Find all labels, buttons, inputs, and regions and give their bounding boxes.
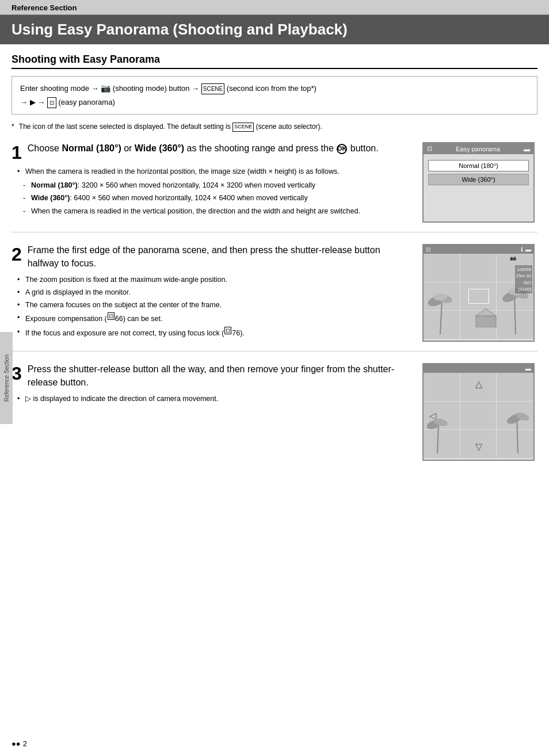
main-title-bar: Using Easy Panorama (Shooting and Playba… bbox=[0, 15, 549, 44]
grid-v2 bbox=[496, 373, 497, 458]
step-2-content: 2 Frame the first edge of the panorama s… bbox=[12, 244, 422, 342]
info-number: [1140] bbox=[516, 286, 531, 292]
footnote: * The icon of the last scene selected is… bbox=[12, 121, 537, 132]
building-icon bbox=[473, 307, 499, 327]
screen3-battery: ▬ bbox=[525, 365, 531, 372]
step-3-title: 3 Press the shutter-release button all t… bbox=[12, 363, 411, 389]
screen2-icon-left: ⊡ bbox=[426, 246, 430, 253]
step-2-title: 2 Frame the first edge of the panorama s… bbox=[12, 244, 411, 270]
page-number-bar: ●● 2 bbox=[12, 739, 27, 748]
screen3-scene: △ ▷ ◁ ▽ bbox=[424, 373, 533, 458]
info-iso: ISO bbox=[516, 280, 531, 286]
palm-tree-left-icon bbox=[426, 288, 455, 334]
step-1-bullets: When the camera is readied in the horizo… bbox=[12, 166, 411, 177]
svg-line-4 bbox=[514, 295, 516, 334]
bullet-item: The zoom position is fixed at the maximu… bbox=[17, 274, 411, 285]
screen1-option-wide: Wide (360°) bbox=[428, 174, 529, 185]
step-2-bullets: The zoom position is fixed at the maximu… bbox=[12, 274, 411, 338]
camera-screen-1: ⊡ Easy panorama ▬ Normal (180°) Wide (36… bbox=[422, 142, 535, 223]
dash-item: When the camera is readied in the vertic… bbox=[23, 206, 411, 216]
svg-rect-8 bbox=[476, 316, 496, 327]
svg-line-10 bbox=[437, 423, 439, 453]
svg-line-13 bbox=[517, 418, 518, 453]
dash-item: Wide (360°): 6400 × 560 when moved horiz… bbox=[23, 193, 411, 203]
reference-label: Reference Section bbox=[12, 3, 77, 12]
side-reference-tab: Reference Section bbox=[0, 332, 13, 424]
ok-button-icon: OK bbox=[337, 144, 347, 154]
content-area: Shooting with Easy Panorama Enter shooti… bbox=[0, 44, 549, 493]
screen1-battery: ▬ bbox=[524, 146, 530, 152]
screen2-scene: 108/56 25m 0s ISO [1140] 📷 bbox=[424, 254, 533, 339]
footnote-text: The icon of the last scene selected is d… bbox=[19, 123, 322, 131]
side-reference-label: Reference Section bbox=[3, 354, 10, 402]
info-shutter: 108/56 bbox=[516, 266, 531, 273]
grid-v1 bbox=[460, 373, 460, 458]
step-3-number: 3 bbox=[12, 364, 22, 383]
screen1-icon: ⊡ bbox=[427, 145, 432, 152]
step-2-screen: ⊡ ℹ ▬ bbox=[422, 244, 537, 342]
instruction-line1: Enter shooting mode → 📷 (shooting mode) … bbox=[20, 82, 529, 94]
instruction-box: Enter shooting mode → 📷 (shooting mode) … bbox=[12, 76, 537, 114]
screen2-battery: ▬ bbox=[525, 246, 531, 253]
grid-v1 bbox=[460, 254, 460, 339]
page-dot-icons: ●● bbox=[12, 739, 21, 748]
step-1-number: 1 bbox=[12, 143, 22, 162]
screen1-option-normal: Normal (180°) bbox=[428, 160, 529, 171]
step-3: 3 Press the shutter-release button all t… bbox=[12, 363, 537, 470]
arrow-up-icon: △ bbox=[475, 379, 482, 390]
screen1-header: ⊡ Easy panorama ▬ bbox=[424, 143, 533, 154]
bullet-item: If the focus and exposure are not correc… bbox=[17, 327, 411, 338]
screen2-top-icon: 📷 bbox=[510, 255, 516, 261]
svg-marker-9 bbox=[476, 308, 496, 316]
camera-screen-3: ▬ △ ▷ ◁ ▽ bbox=[422, 363, 535, 461]
camera-screen-2: ⊡ ℹ ▬ bbox=[422, 244, 535, 342]
palm-tree-right-s3 bbox=[505, 407, 531, 453]
screen1-label: Easy panorama bbox=[456, 146, 500, 152]
step-1-screen: ⊡ Easy panorama ▬ Normal (180°) Wide (36… bbox=[422, 142, 537, 223]
arrow-down-icon: ▽ bbox=[475, 441, 482, 452]
step-1-content: 1 Choose Normal (180°) or Wide (360°) as… bbox=[12, 142, 422, 223]
focus-bracket bbox=[468, 289, 489, 304]
camera-info-overlay: 108/56 25m 0s ISO [1140] bbox=[515, 265, 532, 293]
section-heading: Shooting with Easy Panorama bbox=[12, 54, 537, 69]
bullet-item: Exposure compensation (⊡66) can be set. bbox=[17, 312, 411, 324]
screen2-header: ⊡ ℹ ▬ bbox=[424, 245, 533, 254]
top-reference-bar: Reference Section bbox=[0, 0, 549, 15]
info-time: 25m 0s bbox=[516, 273, 531, 279]
bullet-item: When the camera is readied in the horizo… bbox=[17, 166, 411, 177]
step-3-screen: ▬ △ ▷ ◁ ▽ bbox=[422, 363, 537, 461]
svg-line-0 bbox=[440, 300, 442, 334]
step-3-bullets: ▷ is displayed to indicate the direction… bbox=[12, 394, 411, 404]
step-3-content: 3 Press the shutter-release button all t… bbox=[12, 363, 422, 461]
page-number: 2 bbox=[23, 739, 27, 748]
step-2: 2 Frame the first edge of the panorama s… bbox=[12, 244, 537, 352]
screen3-header: ▬ bbox=[424, 364, 533, 373]
step-1-title: 1 Choose Normal (180°) or Wide (360°) as… bbox=[12, 142, 411, 162]
bullet-item: A grid is displayed in the monitor. bbox=[17, 287, 411, 297]
bullet-item: ▷ is displayed to indicate the direction… bbox=[17, 394, 411, 404]
palm-tree-left-s3 bbox=[426, 413, 449, 453]
step-1-dashes: Normal (180°): 3200 × 560 when moved hor… bbox=[12, 180, 411, 216]
step-1: 1 Choose Normal (180°) or Wide (360°) as… bbox=[12, 142, 537, 232]
bullet-item: The camera focuses on the subject at the… bbox=[17, 300, 411, 310]
dash-item: Normal (180°): 3200 × 560 when moved hor… bbox=[23, 180, 411, 190]
step-2-number: 2 bbox=[12, 245, 22, 264]
grid-h1 bbox=[424, 401, 533, 402]
instruction-line2: → ▶ → ⊡ (easy panorama) bbox=[20, 97, 529, 108]
main-title: Using Easy Panorama (Shooting and Playba… bbox=[12, 21, 537, 39]
screen1-body: Normal (180°) Wide (360°) bbox=[424, 154, 533, 193]
screen2-icon-info: ℹ bbox=[521, 246, 523, 253]
